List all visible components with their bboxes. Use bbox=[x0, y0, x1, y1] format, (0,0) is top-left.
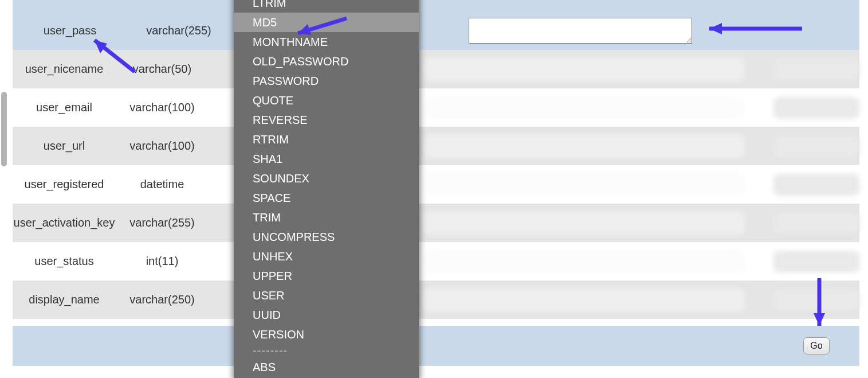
blurred-value bbox=[773, 135, 859, 157]
column-value-cell bbox=[415, 211, 859, 235]
table-row: user_activation_keyvarchar(255) bbox=[13, 204, 859, 242]
dropdown-option[interactable]: MONTHNAME bbox=[234, 32, 419, 52]
column-type-cell: varchar(250) bbox=[116, 293, 209, 306]
column-value-cell bbox=[459, 18, 859, 44]
dropdown-option[interactable]: VERSION bbox=[234, 325, 419, 344]
column-type-cell: varchar(100) bbox=[116, 101, 209, 114]
function-dropdown[interactable]: LTRIMMD5MONTHNAMEOLD_PASSWORDPASSWORDQUO… bbox=[234, 0, 419, 378]
vertical-scroll-handle[interactable] bbox=[1, 92, 7, 166]
column-name-cell: user_nicename bbox=[13, 63, 116, 76]
blurred-value bbox=[773, 212, 859, 234]
dropdown-option[interactable]: TRIM bbox=[234, 208, 419, 227]
dropdown-option[interactable]: SOUNDEX bbox=[234, 169, 419, 188]
blurred-value bbox=[773, 251, 859, 272]
dropdown-option[interactable]: OLD_PASSWORD bbox=[234, 52, 419, 71]
dropdown-option[interactable]: QUOTE bbox=[234, 91, 419, 110]
table-row: display_namevarchar(250) bbox=[13, 280, 859, 319]
go-button[interactable]: Go bbox=[803, 337, 830, 354]
edit-row-table: user_passvarchar(255)user_nicenamevarcha… bbox=[13, 0, 859, 366]
table-row: user_passvarchar(255) bbox=[13, 11, 859, 50]
dropdown-option[interactable]: RTRIM bbox=[234, 130, 419, 149]
value-input[interactable] bbox=[469, 18, 692, 44]
column-name-cell: user_registered bbox=[13, 178, 116, 191]
blurred-value bbox=[424, 288, 745, 312]
dropdown-option[interactable]: UUID bbox=[234, 305, 419, 325]
column-value-cell bbox=[415, 96, 859, 120]
blurred-value bbox=[424, 211, 745, 235]
blurred-value bbox=[424, 134, 745, 158]
column-value-cell bbox=[415, 250, 859, 274]
footer-row: Go bbox=[13, 326, 859, 366]
blurred-value bbox=[424, 173, 745, 197]
column-type-cell: varchar(255) bbox=[127, 24, 230, 37]
table-row: user_emailvarchar(100) bbox=[13, 88, 859, 127]
blurred-value bbox=[424, 250, 745, 274]
dropdown-option[interactable]: USER bbox=[234, 286, 419, 305]
column-type-cell: varchar(100) bbox=[116, 139, 209, 153]
column-name-cell: user_activation_key bbox=[13, 216, 116, 229]
table-row: user_urlvarchar(100) bbox=[13, 127, 859, 165]
column-name-cell: user_url bbox=[13, 139, 116, 153]
dropdown-option[interactable]: REVERSE bbox=[234, 110, 419, 130]
column-name-cell: display_name bbox=[13, 293, 116, 306]
blurred-value bbox=[773, 97, 859, 119]
column-name-cell: user_pass bbox=[13, 24, 127, 37]
dropdown-option[interactable]: UPPER bbox=[234, 266, 419, 286]
row-strip bbox=[13, 0, 859, 11]
blurred-value bbox=[773, 174, 859, 196]
column-value-cell bbox=[415, 173, 859, 197]
dropdown-option[interactable]: LTRIM bbox=[234, 0, 419, 13]
table-row: user_nicenamevarchar(50) bbox=[13, 50, 859, 88]
column-value-cell bbox=[415, 288, 859, 312]
blurred-value bbox=[424, 96, 745, 120]
column-name-cell: user_email bbox=[13, 101, 116, 114]
blurred-value bbox=[773, 289, 859, 311]
column-type-cell: int(11) bbox=[116, 255, 209, 268]
table-row: user_registereddatetime bbox=[13, 165, 859, 204]
dropdown-option[interactable]: UNCOMPRESS bbox=[234, 227, 419, 247]
column-type-cell: varchar(50) bbox=[116, 63, 209, 76]
column-name-cell: user_status bbox=[13, 255, 116, 268]
spacer bbox=[13, 319, 859, 326]
dropdown-option[interactable]: UNHEX bbox=[234, 247, 419, 266]
dropdown-option[interactable]: ABS bbox=[234, 357, 419, 377]
blurred-value bbox=[424, 57, 745, 81]
table-row: user_statusint(11) bbox=[13, 242, 859, 280]
column-value-cell bbox=[415, 134, 859, 158]
dropdown-option[interactable]: PASSWORD bbox=[234, 71, 419, 91]
dropdown-option[interactable]: MD5 bbox=[234, 13, 419, 32]
dropdown-option[interactable]: SHA1 bbox=[234, 149, 419, 169]
blurred-value bbox=[773, 59, 859, 80]
column-type-cell: datetime bbox=[116, 178, 209, 191]
column-value-cell bbox=[415, 57, 859, 81]
dropdown-separator: -------- bbox=[234, 344, 419, 357]
column-type-cell: varchar(255) bbox=[116, 216, 209, 229]
dropdown-option[interactable]: SPACE bbox=[234, 188, 419, 208]
